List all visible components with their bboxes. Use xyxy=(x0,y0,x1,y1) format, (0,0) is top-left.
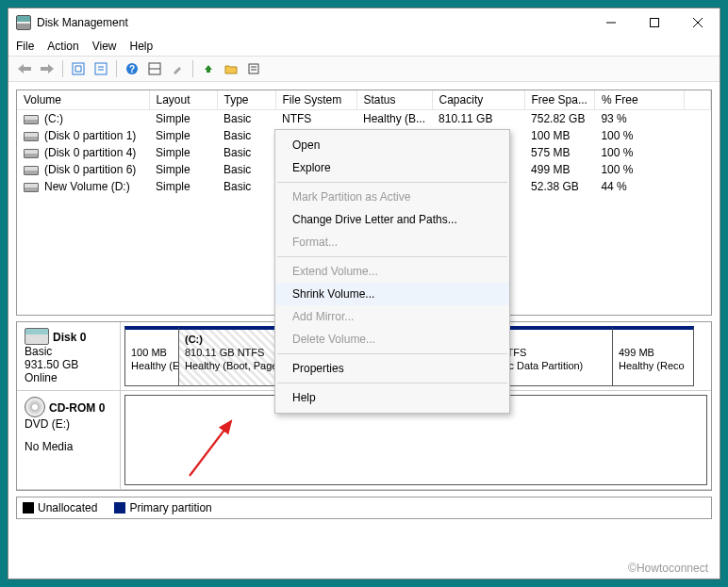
cdrom-state: No Media xyxy=(25,440,112,453)
swatch-blue-icon xyxy=(114,502,125,514)
legend-primary: Primary partition xyxy=(114,501,211,514)
swatch-black-icon xyxy=(23,502,34,514)
svg-text:?: ? xyxy=(129,64,135,74)
ctx-help[interactable]: Help xyxy=(275,386,509,409)
svg-rect-4 xyxy=(73,63,84,74)
volume-icon xyxy=(24,149,39,158)
disk-kind: Basic xyxy=(25,345,112,358)
separator-icon xyxy=(192,60,193,77)
col-fs[interactable]: File System xyxy=(275,90,356,110)
app-window: Disk Management File Action View Help ? xyxy=(8,8,720,579)
app-icon xyxy=(16,15,31,30)
ctx-delete: Delete Volume... xyxy=(275,328,509,351)
menu-action[interactable]: Action xyxy=(47,40,78,53)
separator-icon xyxy=(62,60,63,77)
action-button[interactable] xyxy=(167,58,188,79)
col-type[interactable]: Type xyxy=(217,90,275,110)
column-headers[interactable]: Volume Layout Type File System Status Ca… xyxy=(17,90,711,110)
separator-icon xyxy=(277,353,507,354)
ctx-mark-active: Mark Partition as Active xyxy=(275,186,509,208)
ctx-open[interactable]: Open xyxy=(275,134,509,156)
col-free[interactable]: Free Spa... xyxy=(524,90,594,110)
partition[interactable]: 100 MBHealthy (E xyxy=(124,326,179,386)
ctx-extend: Extend Volume... xyxy=(275,260,509,283)
volume-icon xyxy=(24,132,39,141)
nav-fwd-button[interactable] xyxy=(37,58,58,79)
disk-state: Online xyxy=(25,371,112,384)
cdrom-name: CD-ROM 0 xyxy=(49,401,105,415)
col-pct[interactable]: % Free xyxy=(594,90,684,110)
ctx-change-letter[interactable]: Change Drive Letter and Paths... xyxy=(275,208,509,231)
refresh-button[interactable] xyxy=(68,58,89,79)
cdrom-header[interactable]: CD-ROM 0 DVD (E:) No Media xyxy=(17,391,121,489)
col-layout[interactable]: Layout xyxy=(149,90,217,110)
cdrom-icon xyxy=(25,397,45,417)
col-volume[interactable]: Volume xyxy=(17,90,149,110)
toolbar: ? xyxy=(8,56,720,82)
separator-icon xyxy=(277,182,507,183)
col-capacity[interactable]: Capacity xyxy=(432,90,524,110)
disk-icon xyxy=(25,328,49,345)
svg-rect-5 xyxy=(95,63,107,74)
disk-list-button[interactable] xyxy=(144,58,165,79)
context-menu: Open Explore Mark Partition as Active Ch… xyxy=(274,129,510,414)
volume-icon xyxy=(24,166,39,175)
window-title: Disk Management xyxy=(37,16,589,29)
legend: Unallocated Primary partition xyxy=(16,497,712,519)
folder-button[interactable] xyxy=(221,58,241,79)
table-row[interactable]: (C:)SimpleBasicNTFSHealthy (B...810.11 G… xyxy=(17,110,711,128)
ctx-add-mirror: Add Mirror... xyxy=(275,305,509,328)
disk-name: Disk 0 xyxy=(53,331,86,344)
separator-icon xyxy=(277,256,507,257)
svg-rect-12 xyxy=(249,64,258,73)
help-button[interactable]: ? xyxy=(122,58,142,79)
ctx-format: Format... xyxy=(275,231,509,253)
cdrom-dev: DVD (E:) xyxy=(25,417,112,431)
separator-icon xyxy=(277,383,507,383)
menu-view[interactable]: View xyxy=(92,40,117,53)
disk-header[interactable]: Disk 0 Basic 931.50 GB Online xyxy=(17,322,121,390)
nav-back-button[interactable] xyxy=(14,58,35,79)
legend-unallocated: Unallocated xyxy=(23,501,97,514)
disk-size: 931.50 GB xyxy=(25,358,112,371)
partition[interactable]: 499 MBHealthy (Reco xyxy=(613,326,694,386)
menu-help[interactable]: Help xyxy=(130,40,154,53)
separator-icon xyxy=(116,60,117,77)
window-controls xyxy=(589,8,720,37)
svg-rect-1 xyxy=(651,19,659,27)
maximize-button[interactable] xyxy=(633,8,676,37)
volume-icon xyxy=(24,115,39,124)
col-status[interactable]: Status xyxy=(356,90,432,110)
up-button[interactable] xyxy=(198,58,219,79)
settings-button[interactable] xyxy=(91,58,111,79)
menubar: File Action View Help xyxy=(8,37,720,56)
col-blank xyxy=(685,90,711,110)
titlebar: Disk Management xyxy=(8,8,720,37)
watermark: ©Howtoconnect xyxy=(628,562,708,575)
volume-icon xyxy=(24,183,39,192)
close-button[interactable] xyxy=(676,8,720,37)
props-button[interactable] xyxy=(243,58,264,79)
minimize-button[interactable] xyxy=(589,8,633,37)
ctx-explore[interactable]: Explore xyxy=(275,156,509,179)
menu-file[interactable]: File xyxy=(16,40,34,53)
ctx-properties[interactable]: Properties xyxy=(275,357,509,380)
ctx-shrink[interactable]: Shrink Volume... xyxy=(275,283,509,305)
